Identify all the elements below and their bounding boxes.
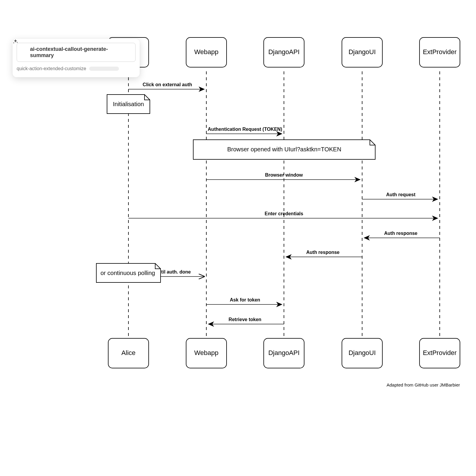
ai-generate-summary-button[interactable]: ai-contextual-callout-generate-summary [17, 43, 136, 62]
svg-text:Click on external auth: Click on external auth [143, 82, 192, 87]
ai-callout: ai-contextual-callout-generate-summary q… [12, 39, 140, 77]
msg-ask-for-token: Ask for token [206, 297, 282, 304]
ai-callout-secondary-label[interactable]: quick-action-extended-customize [17, 66, 86, 71]
svg-text:Webapp: Webapp [194, 48, 219, 56]
svg-text:Auth request: Auth request [386, 192, 416, 197]
svg-text:or continuous polling: or continuous polling [100, 270, 155, 276]
actor-djangoapi-top: DjangoAPI [264, 37, 304, 67]
note-browser-opened: Browser opened with UIurl?asktkn=TOKEN [193, 140, 375, 159]
sparkle-icon [21, 49, 27, 55]
svg-text:Retrieve token: Retrieve token [229, 317, 261, 322]
svg-text:Enter credentials: Enter credentials [265, 211, 303, 216]
svg-text:Initialisation: Initialisation [113, 101, 144, 107]
svg-text:DjangoAPI: DjangoAPI [268, 349, 299, 356]
svg-text:Auth response: Auth response [306, 250, 340, 255]
note-initialisation: Initialisation [107, 95, 150, 114]
svg-text:DjangoAPI: DjangoAPI [268, 48, 299, 56]
svg-text:ExtProvider: ExtProvider [423, 349, 457, 356]
svg-text:Authentication Request (TOKEN): Authentication Request (TOKEN) [208, 127, 282, 132]
msg-browser-window: Browser window [206, 172, 360, 180]
actor-djangoapi-bottom: DjangoAPI [264, 338, 304, 368]
actor-webapp-bottom: Webapp [186, 338, 227, 368]
svg-text:Browser window: Browser window [265, 172, 303, 177]
svg-text:Auth response: Auth response [384, 231, 417, 236]
placeholder-pill [89, 67, 119, 71]
svg-text:DjangoUI: DjangoUI [348, 349, 376, 356]
actor-djangoui-top: DjangoUI [342, 37, 382, 67]
actor-djangoui-bottom: DjangoUI [342, 338, 382, 368]
ai-callout-primary-label: ai-contextual-callout-generate-summary [30, 46, 131, 59]
note-continuous-polling: or continuous polling [96, 263, 161, 282]
msg-auth-request: Auth request [362, 192, 437, 199]
svg-text:Alice: Alice [121, 349, 136, 356]
svg-text:ExtProvider: ExtProvider [423, 48, 457, 56]
actor-alice-bottom: Alice [108, 338, 149, 368]
svg-text:Ask for token: Ask for token [230, 297, 260, 302]
msg-retrieve-token: Retrieve token [209, 317, 284, 324]
svg-text:Browser opened with UIurl?askt: Browser opened with UIurl?asktkn=TOKEN [227, 146, 341, 153]
credit-text: Adapted from GitHub user JMBarbier [387, 382, 460, 387]
actor-webapp-top: Webapp [186, 37, 227, 67]
msg-auth-response-2: Auth response [286, 250, 362, 257]
msg-auth-response-1: Auth response [365, 231, 440, 238]
msg-auth-request-token: Authentication Request (TOKEN) [206, 127, 282, 134]
svg-text:Webapp: Webapp [194, 349, 219, 356]
msg-enter-credentials: Enter credentials [128, 211, 437, 218]
svg-text:DjangoUI: DjangoUI [348, 48, 376, 56]
actor-extprovider-top: ExtProvider [420, 37, 460, 67]
actor-extprovider-bottom: ExtProvider [420, 338, 460, 368]
msg-click-external-auth: Click on external auth [128, 82, 204, 89]
